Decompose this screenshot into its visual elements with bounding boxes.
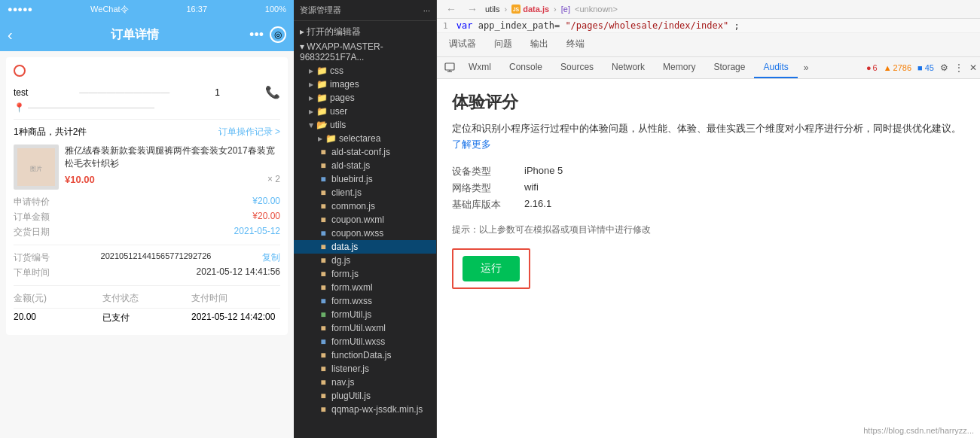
back-nav-button[interactable]: ← bbox=[443, 3, 459, 15]
goods-count: 1种商品，共计2件 bbox=[14, 126, 87, 138]
file-form-js-label: form.js bbox=[331, 269, 359, 279]
file-dg[interactable]: ■ dg.js bbox=[294, 254, 436, 267]
resource-manager-title: 资源管理器 bbox=[300, 5, 341, 16]
devtools-breadcrumb-bar: ← → utils › JS data.js › [e] <unknown> bbox=[437, 0, 980, 19]
file-dg-label: dg.js bbox=[331, 255, 350, 266]
close-devtools-button[interactable]: ✕ bbox=[969, 62, 977, 73]
payment-amount: 20.00 bbox=[14, 312, 102, 324]
folder-utils[interactable]: ▶ 📂 utils bbox=[294, 118, 436, 132]
file-dg-icon: ■ bbox=[318, 255, 328, 266]
project-item[interactable]: ▾ WXAPP-MASTER-96832251F7A... bbox=[294, 40, 436, 64]
devtools-panel: ← → utils › JS data.js › [e] <unknown> 1… bbox=[437, 0, 980, 438]
devtools-more-icon[interactable]: ⋮ bbox=[954, 62, 963, 73]
file-ald-stat[interactable]: ■ ald-stat.js bbox=[294, 159, 436, 172]
order-time-label: 下单时间 bbox=[14, 266, 50, 279]
file-data-js[interactable]: ■ data.js bbox=[294, 240, 436, 254]
file-formutil-wxml[interactable]: ■ formUtil.wxml bbox=[294, 321, 436, 335]
goods-item: 图片 雅亿绒春装新款套装调腿裤两件套套装女2017春装宽松毛衣针织衫 ¥10.0… bbox=[14, 144, 280, 190]
code-string: "/pages/wholesale/index/index" bbox=[565, 20, 728, 31]
tab-audits[interactable]: Audits bbox=[754, 57, 797, 78]
file-formutil-js-icon: ■ bbox=[318, 309, 328, 320]
tab-debugger[interactable]: 调试器 bbox=[440, 33, 485, 56]
file-formutil-js[interactable]: ■ formUtil.js bbox=[294, 308, 436, 321]
file-coupon-wxss-icon: ■ bbox=[318, 228, 328, 239]
tab-terminal[interactable]: 终端 bbox=[557, 33, 594, 56]
tab-sources[interactable]: Sources bbox=[551, 57, 603, 78]
payment-header: 金额(元) 支付状态 支付时间 bbox=[14, 292, 280, 309]
resource-manager-menu[interactable]: ··· bbox=[423, 6, 430, 15]
tab-memory[interactable]: Memory bbox=[654, 57, 704, 78]
folder-css[interactable]: ▶ 📁 css bbox=[294, 64, 436, 78]
folder-images-icon: 📁 bbox=[316, 79, 327, 90]
folder-utils-arrow: ▶ bbox=[308, 123, 315, 127]
folder-images[interactable]: ▶ 📁 images bbox=[294, 78, 436, 91]
line-number: 1 bbox=[443, 21, 448, 31]
file-form-wxss-icon: ■ bbox=[318, 296, 328, 306]
error-badge: ● 6 bbox=[866, 63, 878, 72]
file-form-wxss[interactable]: ■ form.wxss bbox=[294, 294, 436, 308]
error-count: 6 bbox=[873, 63, 878, 72]
nav-dots-button[interactable]: ••• bbox=[249, 27, 264, 43]
file-client[interactable]: ■ client.js bbox=[294, 186, 436, 199]
file-formutil-wxml-icon: ■ bbox=[318, 323, 328, 333]
folder-selectarea-label: selectarea bbox=[339, 133, 380, 144]
settings-gear-icon[interactable]: ⚙ bbox=[940, 62, 948, 73]
tab-wxml[interactable]: Wxml bbox=[459, 57, 500, 78]
tab-network[interactable]: Network bbox=[603, 57, 654, 78]
breadcrumb-arrow2-icon: › bbox=[554, 5, 557, 14]
run-audit-button[interactable]: 运行 bbox=[463, 256, 520, 281]
delivery-value: 2021-05-12 bbox=[234, 226, 280, 239]
payment-table: 金额(元) 支付状态 支付时间 20.00 已支付 2021-05-12 14:… bbox=[14, 292, 280, 327]
file-qqmap-label: qqmap-wx-jssdk.min.js bbox=[331, 404, 423, 415]
file-functiondata[interactable]: ■ functionData.js bbox=[294, 348, 436, 362]
file-form-wxml[interactable]: ■ form.wxml bbox=[294, 281, 436, 294]
file-nav[interactable]: ■ nav.js bbox=[294, 376, 436, 389]
file-formutil-wxml-label: formUtil.wxml bbox=[331, 323, 386, 333]
tab-problems[interactable]: 问题 bbox=[485, 33, 521, 56]
tab-more-button[interactable]: » bbox=[798, 59, 815, 76]
open-editors-label: ▸ 打开的编辑器 bbox=[300, 26, 361, 38]
folder-selectarea[interactable]: ▶ 📁 selectarea bbox=[294, 132, 436, 145]
js-file-icon: JS bbox=[511, 5, 521, 14]
open-editors-item[interactable]: ▸ 打开的编辑器 bbox=[294, 24, 436, 40]
file-bluebird[interactable]: ■ bluebird.js bbox=[294, 172, 436, 186]
file-nav-icon: ■ bbox=[318, 377, 328, 388]
file-coupon-wxml[interactable]: ■ coupon.wxml bbox=[294, 213, 436, 227]
file-coupon-wxss-label: coupon.wxss bbox=[331, 228, 383, 239]
audit-learn-more-link[interactable]: 了解更多 bbox=[452, 138, 491, 150]
folder-user[interactable]: ▶ 📁 user bbox=[294, 105, 436, 118]
tab-screencast-icon[interactable] bbox=[440, 58, 459, 78]
back-button[interactable]: ‹ bbox=[8, 26, 13, 44]
file-formutil-wxss[interactable]: ■ formUtil.wxss bbox=[294, 335, 436, 348]
folder-pages[interactable]: ▶ 📁 pages bbox=[294, 91, 436, 105]
breadcrumb-file: data.js bbox=[523, 5, 549, 14]
goods-link[interactable]: 订单操作记录 > bbox=[218, 126, 280, 138]
run-button-container: 运行 bbox=[452, 248, 530, 289]
tab-storage[interactable]: Storage bbox=[704, 57, 754, 78]
tab-output[interactable]: 输出 bbox=[521, 33, 557, 56]
tab-console[interactable]: Console bbox=[500, 57, 551, 78]
file-data-js-icon: ■ bbox=[318, 242, 328, 252]
file-listener[interactable]: ■ listener.js bbox=[294, 362, 436, 376]
nav-circle-button[interactable]: ◎ bbox=[270, 26, 286, 43]
file-qqmap[interactable]: ■ qqmap-wx-jssdk.min.js bbox=[294, 403, 436, 416]
file-plugutil[interactable]: ■ plugUtil.js bbox=[294, 389, 436, 403]
file-form-js[interactable]: ■ form.js bbox=[294, 267, 436, 281]
payment-row: 20.00 已支付 2021-05-12 14:42:00 bbox=[14, 309, 280, 327]
file-common[interactable]: ■ common.js bbox=[294, 199, 436, 213]
network-label: 网络类型 bbox=[452, 181, 512, 195]
devtools-settings-area: ● 6 ▲ 2786 ■ 45 ⚙ ⋮ ✕ bbox=[866, 62, 977, 73]
file-bluebird-icon: ■ bbox=[318, 174, 328, 184]
file-plugutil-label: plugUtil.js bbox=[331, 391, 371, 401]
nav-title: 订单详情 bbox=[20, 27, 249, 43]
copy-button[interactable]: 复制 bbox=[262, 251, 280, 264]
file-ald-stat-conf[interactable]: ■ ald-stat-conf.js bbox=[294, 145, 436, 159]
wechat-carrier: WeChat令 bbox=[90, 4, 129, 15]
breadcrumb-unknown: <unknown> bbox=[575, 5, 618, 14]
forward-nav-button[interactable]: → bbox=[464, 3, 481, 15]
file-client-icon: ■ bbox=[318, 187, 328, 198]
file-client-label: client.js bbox=[331, 187, 362, 198]
file-common-icon: ■ bbox=[318, 201, 328, 211]
warning-count: 2786 bbox=[893, 63, 911, 72]
file-coupon-wxss[interactable]: ■ coupon.wxss bbox=[294, 227, 436, 240]
